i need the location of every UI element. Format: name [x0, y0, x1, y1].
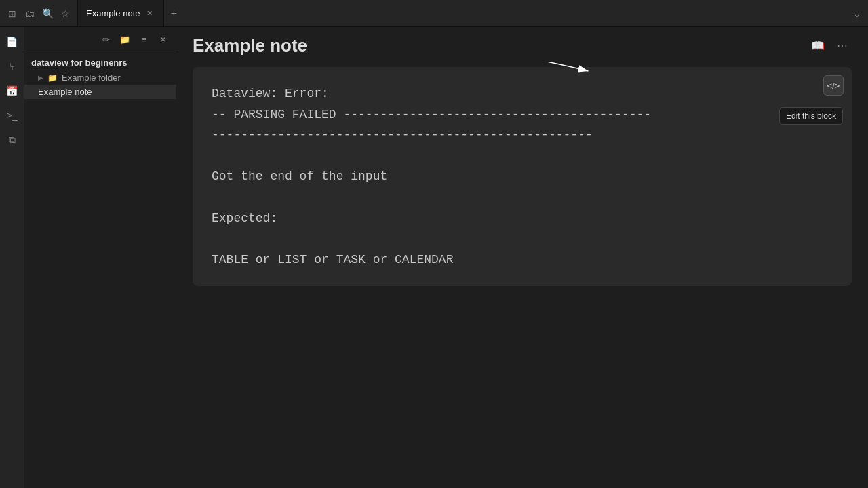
terminal-icon[interactable]: >_ [3, 106, 22, 125]
note-body: </> Edit this block Dataview: Error: -- … [176, 62, 868, 488]
note-title: Example note [193, 35, 307, 56]
tabs: Example note ✕ + [78, 0, 853, 26]
collapse-button[interactable]: ⌄ [853, 8, 868, 19]
tab-bar-left: ⊞ 🗂 🔍 ☆ [0, 0, 78, 26]
git-icon[interactable]: ⑂ [3, 57, 22, 76]
sidebar-item-note[interactable]: Example note [24, 85, 176, 99]
sidebar-content: ✏ 📁 ≡ ✕ dataview for beginenrs ▶ 📁 Examp… [24, 27, 176, 488]
edit-block-button[interactable]: </> Edit this block [823, 75, 844, 96]
tab-example-note[interactable]: Example note ✕ [78, 0, 164, 26]
note-header-actions: 📖 ⋯ [808, 37, 852, 56]
error-code-block: Dataview: Error: -- PARSING FAILED -----… [212, 83, 833, 270]
sidebar-toolbar: ✏ 📁 ≡ ✕ [24, 27, 176, 52]
tab-bar: ⊞ 🗂 🔍 ☆ Example note ✕ + ⌄ [0, 0, 868, 27]
sidebar-icon-rail: 📄 ⑂ 📅 >_ ⧉ [0, 27, 24, 488]
folder-item-icon: 📁 [47, 73, 58, 83]
reading-view-button[interactable]: 📖 [808, 37, 827, 56]
close-sidebar-button[interactable]: ✕ [155, 31, 171, 47]
search-icon[interactable]: 🔍 [41, 7, 54, 20]
note-header: Example note 📖 ⋯ [176, 27, 868, 62]
bookmark-icon[interactable]: ☆ [58, 7, 72, 20]
error-block: </> Edit this block Dataview: Error: -- … [193, 67, 852, 286]
layout-icon[interactable]: ⊞ [5, 7, 19, 20]
folder-icon[interactable]: 🗂 [23, 7, 37, 20]
more-options-button[interactable]: ⋯ [833, 37, 852, 56]
chevron-right-icon: ▶ [38, 74, 43, 81]
sidebar-folder-label: Example folder [62, 73, 121, 83]
sort-button[interactable]: ≡ [136, 31, 152, 47]
sidebar-note-label: Example note [38, 87, 92, 97]
new-note-button[interactable]: ✏ [98, 31, 114, 47]
content-area: Example note 📖 ⋯ </> [176, 27, 868, 488]
main-layout: 📄 ⑂ 📅 >_ ⧉ ✏ 📁 ≡ ✕ dataview for beginenr… [0, 27, 868, 488]
open-folder-button[interactable]: 📁 [117, 31, 133, 47]
edit-block-tooltip: Edit this block [779, 107, 843, 125]
edit-block-icon: </> [827, 81, 840, 91]
tab-close-button[interactable]: ✕ [144, 8, 155, 19]
tab-label: Example note [86, 8, 140, 18]
copy-icon[interactable]: ⧉ [3, 130, 22, 149]
sidebar-with-icons: 📄 ⑂ 📅 >_ ⧉ ✏ 📁 ≡ ✕ dataview for beginenr… [0, 27, 176, 488]
calendar-icon[interactable]: 📅 [3, 81, 22, 100]
files-icon[interactable]: 📄 [3, 33, 22, 52]
new-tab-button[interactable]: + [164, 3, 184, 24]
sidebar-item-folder[interactable]: ▶ 📁 Example folder [24, 70, 176, 85]
vault-name: dataview for beginenrs [24, 52, 176, 70]
